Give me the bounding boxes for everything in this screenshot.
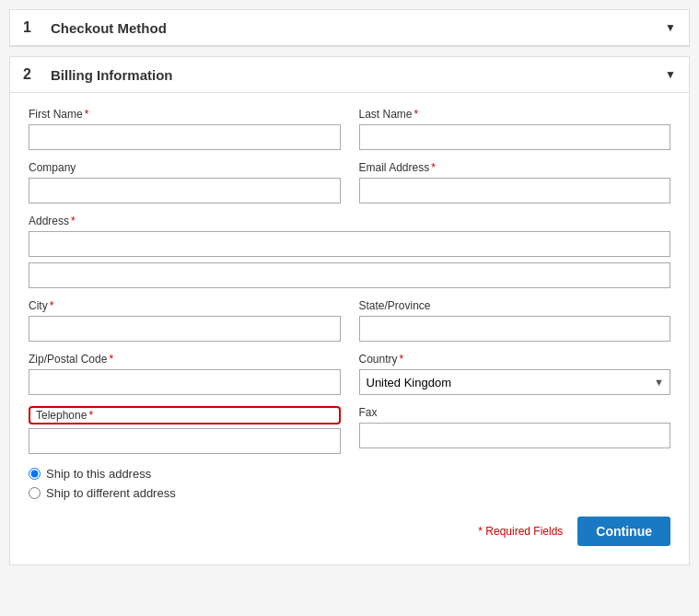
section-2-number: 2 — [23, 66, 38, 83]
fax-group: Fax — [359, 406, 671, 454]
checkout-method-section: 1 Checkout Method ▼ — [9, 9, 690, 47]
section-1-title: Checkout Method — [51, 20, 665, 36]
last-name-label: Last Name* — [359, 108, 671, 121]
state-group: State/Province — [359, 299, 671, 342]
country-select-wrapper: United Kingdom United States Canada Aust… — [359, 369, 671, 395]
ship-this-label: Ship to this address — [46, 467, 151, 481]
country-select[interactable]: United Kingdom United States Canada Aust… — [359, 369, 671, 395]
continue-button[interactable]: Continue — [577, 517, 670, 546]
fax-label: Fax — [359, 406, 671, 419]
required-star-7: * — [400, 353, 404, 366]
ship-different-label: Ship to different address — [46, 486, 176, 500]
shipping-radio-group: Ship to this address Ship to different a… — [29, 467, 670, 500]
address-line-2-input[interactable] — [29, 262, 670, 288]
name-row: First Name* Last Name* — [29, 108, 670, 150]
address-line-1-input[interactable] — [29, 231, 670, 257]
company-label: Company — [29, 161, 341, 174]
required-star: * — [85, 108, 89, 121]
telephone-group: Telephone* — [29, 406, 341, 454]
last-name-input[interactable] — [359, 124, 671, 150]
chevron-down-icon-2: ▼ — [665, 68, 676, 81]
required-star-3: * — [431, 161, 436, 174]
required-star-4: * — [71, 215, 76, 227]
address-inputs — [29, 231, 670, 288]
telephone-label-highlight: Telephone* — [29, 406, 341, 424]
state-label: State/Province — [359, 299, 671, 312]
email-input[interactable] — [359, 178, 671, 203]
zip-input[interactable] — [29, 369, 341, 395]
checkout-method-header[interactable]: 1 Checkout Method ▼ — [10, 10, 689, 46]
required-star-8: * — [88, 409, 93, 422]
telephone-label: Telephone* — [36, 409, 93, 422]
billing-form-body: First Name* Last Name* Company — [10, 93, 689, 564]
city-group: City* — [29, 299, 341, 342]
company-input[interactable] — [29, 178, 341, 203]
ship-this-address-option[interactable]: Ship to this address — [29, 467, 670, 481]
first-name-label: First Name* — [29, 108, 341, 121]
email-group: Email Address* — [359, 161, 671, 203]
city-input[interactable] — [29, 316, 341, 342]
first-name-input[interactable] — [29, 124, 341, 150]
country-group: Country* United Kingdom United States Ca… — [359, 353, 671, 395]
required-star-6: * — [109, 353, 113, 366]
zip-label: Zip/Postal Code* — [29, 353, 341, 366]
state-input[interactable] — [359, 316, 671, 342]
company-email-row: Company Email Address* — [29, 161, 670, 203]
telephone-input[interactable] — [29, 428, 341, 454]
billing-information-section: 2 Billing Information ▼ First Name* Last… — [9, 56, 690, 565]
city-label: City* — [29, 299, 341, 312]
fax-input[interactable] — [359, 423, 671, 448]
required-star-5: * — [50, 299, 54, 312]
telephone-fax-row: Telephone* Fax — [29, 406, 670, 454]
city-state-row: City* State/Province — [29, 299, 670, 342]
zip-country-row: Zip/Postal Code* Country* United Kingdom… — [29, 353, 670, 395]
ship-different-radio[interactable] — [29, 487, 41, 499]
address-block: Address* — [29, 215, 670, 288]
required-star-2: * — [414, 108, 419, 121]
email-label: Email Address* — [359, 161, 671, 174]
chevron-down-icon: ▼ — [665, 21, 676, 34]
company-group: Company — [29, 161, 341, 203]
ship-different-address-option[interactable]: Ship to different address — [29, 486, 670, 500]
zip-group: Zip/Postal Code* — [29, 353, 341, 395]
ship-this-radio[interactable] — [29, 468, 41, 480]
country-label: Country* — [359, 353, 671, 366]
page-wrapper: 1 Checkout Method ▼ 2 Billing Informatio… — [0, 0, 699, 584]
required-fields-note: * Required Fields — [478, 525, 563, 538]
address-label: Address* — [29, 215, 670, 227]
section-1-number: 1 — [23, 19, 38, 36]
first-name-group: First Name* — [29, 108, 341, 150]
section-2-title: Billing Information — [51, 67, 665, 83]
last-name-group: Last Name* — [359, 108, 671, 150]
form-footer: * Required Fields Continue — [29, 509, 670, 550]
billing-information-header[interactable]: 2 Billing Information ▼ — [10, 57, 689, 93]
